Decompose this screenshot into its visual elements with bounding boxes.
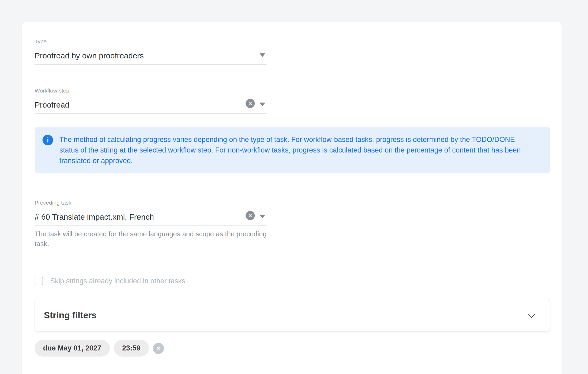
type-select[interactable]: Proofread by own proofreaders <box>35 48 267 65</box>
clear-icon[interactable]: ✕ <box>246 99 255 108</box>
progress-info-alert: i The method of calculating progress var… <box>35 127 550 173</box>
due-date-chips-row: due May 01, 2027 23:59 ✕ <box>35 340 549 357</box>
chevron-down-icon[interactable] <box>260 103 265 106</box>
preceding-task-value: # 60 Translate impact.xml, French <box>35 213 154 221</box>
task-form-content: Type Proofread by own proofreaders Workf… <box>22 22 562 357</box>
due-time-chip[interactable]: 23:59 <box>114 340 149 357</box>
progress-info-text: The method of calculating progress varie… <box>59 134 535 166</box>
workflow-step-field: Workflow step Proofread ✕ <box>35 87 267 114</box>
remove-due-date-icon[interactable]: ✕ <box>153 343 164 354</box>
skip-strings-row: Skip strings already included in other t… <box>35 276 549 286</box>
chevron-down-icon[interactable] <box>260 53 265 57</box>
clear-icon[interactable]: ✕ <box>246 211 255 220</box>
due-date-chip[interactable]: due May 01, 2027 <box>35 340 110 357</box>
string-filters-title: String filters <box>44 310 97 320</box>
chevron-down-icon[interactable] <box>260 215 265 218</box>
type-select-value: Proofread by own proofreaders <box>35 51 144 60</box>
workflow-step-value: Proofread <box>35 100 69 109</box>
skip-strings-checkbox[interactable] <box>35 277 43 285</box>
workflow-step-label: Workflow step <box>35 87 267 94</box>
preceding-task-select[interactable]: # 60 Translate impact.xml, French ✕ <box>35 209 267 226</box>
chevron-down-icon[interactable] <box>528 310 536 318</box>
skip-strings-label: Skip strings already included in other t… <box>50 277 185 285</box>
preceding-task-label: Preceding task <box>35 200 267 206</box>
preceding-task-helper-text: The task will be created for the same la… <box>35 229 275 249</box>
type-field: Type Proofread by own proofreaders <box>35 38 267 65</box>
string-filters-panel-header[interactable]: String filters <box>35 299 550 331</box>
type-field-label: Type <box>35 38 267 45</box>
workflow-step-select[interactable]: Proofread ✕ <box>35 97 267 114</box>
task-form-card: Type Proofread by own proofreaders Workf… <box>22 22 562 374</box>
info-icon: i <box>43 135 53 145</box>
preceding-task-field: Preceding task # 60 Translate impact.xml… <box>35 200 267 226</box>
